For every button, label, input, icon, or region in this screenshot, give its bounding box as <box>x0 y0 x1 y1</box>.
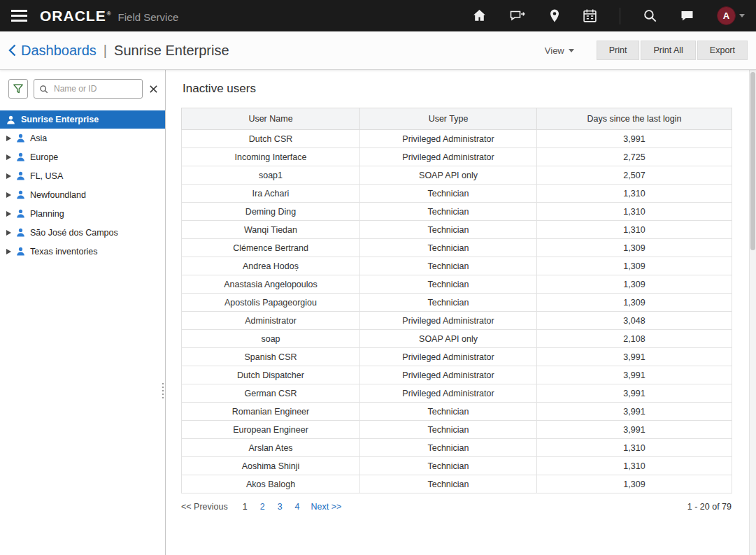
page-link-4[interactable]: 4 <box>295 502 300 512</box>
expand-triangle-icon[interactable] <box>6 211 11 217</box>
days-since-login-cell: 1,309 <box>537 257 732 275</box>
topbar-icons: A <box>472 6 745 25</box>
brand-text: ORACLE <box>40 8 106 24</box>
user-type-cell: SOAP API only <box>360 166 537 185</box>
view-dropdown-label: View <box>545 45 564 56</box>
org-tree: Sunrise Enterprise AsiaEuropeFL, USANewf… <box>0 110 165 261</box>
tree-item[interactable]: Planning <box>0 204 165 223</box>
person-icon <box>16 190 25 199</box>
expand-triangle-icon[interactable] <box>6 249 11 254</box>
days-since-login-cell: 2,507 <box>537 166 732 185</box>
avatar[interactable]: A <box>717 6 736 25</box>
user-type-cell: Technician <box>360 475 537 493</box>
days-since-login-cell: 3,048 <box>537 312 732 330</box>
location-pin-icon[interactable] <box>549 8 560 23</box>
user-type-cell: Privileged Administrator <box>360 148 537 166</box>
export-button[interactable]: Export <box>697 41 748 60</box>
tree-item-label: Europe <box>30 152 58 162</box>
back-link-label[interactable]: Dashboards <box>21 43 97 59</box>
filter-button[interactable] <box>8 79 28 99</box>
user-name-cell: Clémence Bertrand <box>182 239 360 257</box>
user-name-cell: Romanian Engineer <box>182 403 360 421</box>
search-input[interactable] <box>52 83 137 94</box>
tree-item[interactable]: São José dos Campos <box>0 223 165 242</box>
user-type-cell: Technician <box>360 457 537 475</box>
page-link-2[interactable]: 2 <box>260 502 265 512</box>
days-since-login-cell: 1,309 <box>537 475 732 493</box>
table-row: German CSRPrivileged Administrator3,991 <box>182 384 732 403</box>
user-name-cell: Incoming Interface <box>182 148 360 166</box>
print-button[interactable]: Print <box>597 41 640 60</box>
user-type-cell: Technician <box>360 421 537 439</box>
pagination: << Previous 1234 Next >> 1 - 20 of 79 <box>181 502 732 512</box>
previous-page-link[interactable]: << Previous <box>181 502 228 512</box>
person-icon <box>16 134 25 143</box>
table-row: Romanian EngineerTechnician3,991 <box>182 403 732 421</box>
menu-icon[interactable] <box>11 10 27 22</box>
expand-triangle-icon[interactable] <box>6 192 11 198</box>
tree-item[interactable]: Asia <box>0 129 165 147</box>
person-icon <box>6 115 15 124</box>
message-forward-icon[interactable] <box>509 9 527 23</box>
tree-item[interactable]: FL, USA <box>0 166 165 185</box>
vertical-scrollbar[interactable] <box>749 70 756 555</box>
user-type-cell: Privileged Administrator <box>360 348 537 366</box>
next-page-link[interactable]: Next >> <box>311 502 342 512</box>
user-type-cell: Technician <box>360 403 537 421</box>
user-type-cell: Privileged Administrator <box>360 384 537 403</box>
expand-triangle-icon[interactable] <box>6 154 11 160</box>
table-row: Ira AchariTechnician1,310 <box>182 185 732 203</box>
page-title: Sunrise Enterprise <box>114 43 229 59</box>
expand-triangle-icon[interactable] <box>6 230 11 236</box>
user-name-cell: Akos Balogh <box>182 475 360 493</box>
home-icon[interactable] <box>472 8 487 23</box>
header-actions: View Print Print All Export <box>545 41 748 60</box>
calendar-icon[interactable] <box>583 8 597 23</box>
registered-mark: ® <box>107 10 111 17</box>
tree-root-label: Sunrise Enterprise <box>21 115 99 124</box>
page-link-3[interactable]: 3 <box>278 502 283 512</box>
user-menu[interactable]: A <box>717 6 745 25</box>
user-type-cell: Technician <box>360 439 537 457</box>
days-since-login-cell: 2,108 <box>537 330 732 348</box>
search-icon[interactable] <box>643 8 657 23</box>
days-since-login-cell: 1,310 <box>537 221 732 239</box>
user-name-cell: Anastasia Angelopoulos <box>182 275 360 294</box>
tree-item[interactable]: Europe <box>0 147 165 166</box>
sidebar-resize-handle[interactable] <box>162 383 164 398</box>
page-link-1: 1 <box>243 502 248 512</box>
user-type-cell: Privileged Administrator <box>360 366 537 384</box>
print-all-button[interactable]: Print All <box>641 41 695 60</box>
column-header: User Type <box>360 108 537 130</box>
oracle-logo: ORACLE ® Field Service <box>40 8 178 24</box>
person-icon <box>16 152 25 161</box>
table-row: Spanish CSRPrivileged Administrator3,991 <box>182 348 732 366</box>
resource-tree-sidebar: Sunrise Enterprise AsiaEuropeFL, USANewf… <box>0 70 166 555</box>
chat-icon[interactable] <box>680 9 694 23</box>
days-since-login-cell: 1,310 <box>537 203 732 221</box>
user-type-cell: Privileged Administrator <box>360 312 537 330</box>
tree-item[interactable]: Texas inventories <box>0 242 165 261</box>
days-since-login-cell: 1,309 <box>537 239 732 257</box>
expand-triangle-icon[interactable] <box>6 136 11 141</box>
close-icon[interactable] <box>149 85 158 94</box>
user-name-cell: soap1 <box>182 166 360 185</box>
scrollbar-thumb[interactable] <box>750 72 755 250</box>
sidebar-search[interactable] <box>34 79 143 99</box>
user-name-cell: German CSR <box>182 384 360 403</box>
column-header: User Name <box>182 108 360 130</box>
table-body: Dutch CSRPrivileged Administrator3,991In… <box>182 130 732 493</box>
person-icon <box>16 171 25 180</box>
table-row: soapSOAP API only2,108 <box>182 330 732 348</box>
table-row: Aoshima ShinjiTechnician1,310 <box>182 457 732 475</box>
tree-root-selected[interactable]: Sunrise Enterprise <box>0 110 165 129</box>
tree-item-label: Asia <box>30 134 47 143</box>
tree-item[interactable]: Newfoundland <box>0 185 165 204</box>
expand-triangle-icon[interactable] <box>6 173 11 179</box>
back-link-dashboards[interactable]: Dashboards <box>8 43 97 59</box>
person-icon <box>16 209 25 218</box>
view-dropdown[interactable]: View <box>545 45 574 56</box>
user-type-cell: Technician <box>360 203 537 221</box>
page-links: 1234 <box>236 502 306 512</box>
page-header-bar: Dashboards | Sunrise Enterprise View Pri… <box>0 31 756 70</box>
